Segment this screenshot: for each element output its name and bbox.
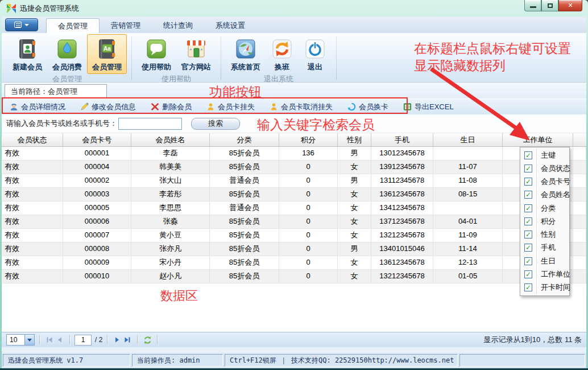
refresh-button[interactable] [142, 335, 152, 345]
column-menu-label: 手机 [541, 242, 556, 253]
column-header-0[interactable]: 会员状态 [2, 133, 63, 146]
tab-member-manage[interactable]: 会员管理 [46, 18, 100, 33]
exit-button[interactable]: 退出 [299, 34, 332, 74]
column-menu-item-10[interactable]: ✓开卡时间 [520, 281, 569, 294]
table-row[interactable]: 有效000010赵小凡85折会员0女1321234567801-05 [2, 270, 586, 283]
pager-separator [137, 335, 138, 344]
prev-page-button[interactable] [55, 335, 65, 345]
tab-statistics[interactable]: 统计查询 [152, 18, 204, 33]
cell: 000009 [63, 256, 131, 270]
main-menu-button[interactable] [5, 18, 38, 31]
cell: 12-13 [433, 256, 503, 270]
member-manage-button[interactable]: Aa 会员管理 [87, 34, 127, 74]
search-input[interactable] [118, 118, 182, 130]
last-page-button[interactable] [122, 335, 132, 345]
member-detail-button[interactable]: 会员详细情况 [10, 102, 65, 112]
cell: 有效 [2, 215, 63, 229]
shift-change-button[interactable]: 换班 [266, 34, 299, 74]
close-button[interactable]: ✕ [558, 0, 582, 11]
table-row[interactable]: 有效000003李若彤85折会员0女1361234567808-15 [2, 188, 586, 202]
cell [573, 215, 586, 229]
cell: 85折会员 [210, 161, 279, 174]
table-row[interactable]: 有效000007黄小豆85折会员0女1321234567811-09 [2, 229, 586, 242]
page-number-input[interactable] [74, 335, 92, 346]
column-menu-label: 工作单位 [541, 269, 570, 279]
table-header: 会员状态会员卡号会员姓名分类积分性别手机生日工作单位 [2, 133, 586, 147]
column-menu-label: 会员卡号 [541, 176, 570, 187]
cell: 0 [279, 215, 338, 229]
column-header-5[interactable]: 性别 [338, 133, 371, 146]
chevron-down-icon [27, 339, 32, 344]
checkbox-checked-icon[interactable]: ✓ [524, 178, 532, 186]
official-site-button[interactable]: 官方网站 [176, 34, 216, 74]
page-size-select[interactable]: 10 [6, 334, 35, 346]
column-header-2[interactable]: 会员姓名 [131, 133, 210, 146]
column-menu-item-2[interactable]: ✓会员卡号 [520, 175, 569, 188]
table-row[interactable]: 有效000009宋小丹85折会员0女1361234567812-13 [2, 256, 586, 270]
checkbox-checked-icon[interactable]: ✓ [524, 270, 532, 278]
cell: 13712345678 [371, 215, 433, 229]
dropdown-button[interactable] [24, 335, 34, 345]
column-menu-item-1[interactable]: ✓会员状态 [520, 162, 569, 175]
column-header-1[interactable]: 会员卡号 [63, 133, 131, 146]
tab-marketing[interactable]: 营销管理 [100, 18, 152, 33]
ribbon-separator [221, 36, 221, 80]
status-website-link[interactable]: http://www.leocms.net [368, 356, 454, 364]
checkbox-checked-icon[interactable]: ✓ [524, 165, 532, 172]
app-logo-icon [6, 3, 16, 14]
column-menu-item-6[interactable]: ✓性别 [520, 228, 569, 241]
column-header-4[interactable]: 积分 [279, 133, 338, 146]
cell: 0 [279, 256, 338, 270]
table-row[interactable]: 有效000004韩美美85折会员0女1391234567811-07 [2, 161, 586, 174]
column-menu-item-9[interactable]: ✓工作单位 [520, 268, 569, 281]
help-button[interactable]: 使用帮助 [136, 34, 176, 74]
card-unloss-button[interactable]: 会员卡取消挂失 [270, 102, 333, 112]
next-page-button[interactable] [112, 335, 122, 345]
search-button[interactable]: 搜索 [191, 118, 240, 130]
column-header-7[interactable]: 生日 [433, 133, 503, 146]
checkbox-checked-icon[interactable]: ✓ [524, 231, 532, 239]
table-row[interactable]: 有效000005李思思普通会员0女13412345678 [2, 202, 586, 215]
checkbox-checked-icon[interactable]: ✓ [524, 151, 532, 159]
table-row[interactable]: 有效000008张亦凡85折会员0男1340101504611-14 [2, 242, 586, 256]
ribbon-group-help: 使用帮助 官方网站 使用帮助 [133, 34, 220, 82]
column-menu-item-8[interactable]: ✓生日 [520, 254, 569, 268]
column-menu-item-3[interactable]: ✓会员姓名 [520, 188, 569, 202]
column-menu-item-4[interactable]: ✓分类 [520, 202, 569, 215]
table-row[interactable]: 有效000002张大山普通会员0男1311234567811-08 [2, 174, 586, 188]
first-page-button[interactable] [44, 335, 55, 345]
cell: 01-05 [433, 270, 503, 283]
checkbox-checked-icon[interactable]: ✓ [524, 217, 532, 225]
cell: 11-09 [433, 229, 503, 242]
cell [573, 147, 586, 161]
new-member-button[interactable]: 新建会员 [7, 34, 47, 74]
column-menu-item-7[interactable]: ✓手机 [520, 241, 569, 254]
checkbox-checked-icon[interactable]: ✓ [524, 244, 532, 252]
member-consume-button[interactable]: 会员消费 [47, 34, 87, 74]
home-button[interactable]: 系统首页 [226, 34, 266, 74]
edit-member-button[interactable]: 修改会员信息 [80, 102, 136, 112]
column-header-8[interactable]: 工作单位 [503, 133, 573, 146]
checkbox-checked-icon[interactable]: ✓ [524, 257, 532, 265]
checkbox-checked-icon[interactable]: ✓ [524, 191, 532, 199]
delete-member-icon [151, 102, 159, 111]
maximize-button[interactable] [541, 0, 558, 11]
export-excel-button[interactable]: 导出EXCEL [403, 102, 454, 112]
cell: 普通会员 [210, 202, 279, 215]
delete-member-button[interactable]: 删除会员 [151, 102, 192, 112]
tab-system-settings[interactable]: 系统设置 [204, 18, 256, 33]
cell: 85折会员 [210, 188, 279, 202]
checkbox-checked-icon[interactable]: ✓ [524, 204, 532, 212]
minimize-button[interactable] [524, 0, 541, 11]
cell: 有效 [2, 147, 63, 161]
checkbox-checked-icon[interactable]: ✓ [524, 283, 532, 291]
table-row[interactable]: 有效000006张淼85折会员0女1371234567804-01 [2, 215, 586, 229]
column-header-6[interactable]: 手机 [371, 133, 433, 146]
column-menu-item-5[interactable]: ✓积分 [520, 215, 569, 228]
cell: 11-08 [433, 174, 503, 188]
card-loss-button[interactable]: 会员卡挂失 [206, 102, 255, 112]
column-menu-item-0[interactable]: ✓主键 [520, 149, 569, 162]
card-swap-button[interactable]: 会员换卡 [347, 102, 388, 112]
table-row[interactable]: 有效000001李磊85折会员136男13012345678 [2, 147, 586, 161]
column-header-3[interactable]: 分类 [210, 133, 279, 146]
